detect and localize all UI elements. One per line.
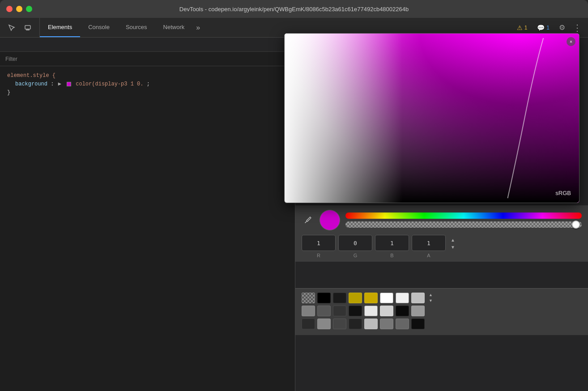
message-icon: 💬	[537, 24, 545, 31]
svg-rect-0	[25, 26, 30, 29]
expand-triangle[interactable]: ▶	[58, 80, 61, 89]
code-line-3: }	[7, 89, 288, 97]
code-line-1: element.style {	[7, 72, 288, 80]
color-picker-controls: R G B A ▲ ▼	[295, 205, 588, 262]
warning-icon: ⚠	[517, 24, 523, 31]
message-count: 1	[546, 25, 550, 31]
swatch-up-arrow[interactable]: ▲	[429, 292, 433, 298]
alpha-slider[interactable]	[345, 221, 582, 228]
title-bar: DevTools - codepen.io/argyleink/pen/QWBg…	[0, 0, 588, 18]
a-input-group: A	[412, 235, 446, 258]
filter-bar: Filter	[0, 52, 295, 66]
tab-sources[interactable]: Sources	[118, 18, 155, 37]
code-line-2: background : ▶ color(display-p3 1 0. ;	[15, 80, 288, 89]
color-picker-popup: sRGB ×	[284, 33, 579, 203]
color-preview-circle	[320, 210, 340, 230]
gradient-white-overlay	[285, 34, 579, 203]
settings-button[interactable]: ⚙	[556, 21, 568, 34]
swatch-mid5[interactable]	[380, 319, 393, 329]
rgba-arrows: ▲ ▼	[448, 237, 457, 250]
hue-slider[interactable]	[345, 212, 582, 219]
b-label: B	[390, 253, 393, 258]
b-input-group: B	[375, 235, 409, 258]
swatch-dark1[interactable]	[333, 293, 346, 303]
swatch-dark5[interactable]	[302, 319, 315, 329]
fullscreen-traffic-light[interactable]	[26, 6, 32, 12]
main-area: Filter element.style { background : ▶ co…	[0, 38, 588, 391]
right-panel: sRGB ×	[295, 38, 588, 391]
warnings-badge[interactable]: ⚠ 1	[513, 23, 531, 33]
eyedropper-button[interactable]	[302, 214, 314, 226]
swatch-dark3[interactable]	[349, 306, 362, 316]
traffic-lights	[6, 6, 32, 12]
rgba-decrement-button[interactable]: ▼	[448, 244, 457, 250]
more-options-button[interactable]: ⋮	[571, 21, 584, 34]
swatch-mid4[interactable]	[317, 319, 331, 329]
close-traffic-light[interactable]	[6, 6, 13, 12]
b-input[interactable]	[375, 235, 409, 251]
swatch-gold1[interactable]	[349, 293, 362, 303]
swatches-row-2	[302, 306, 582, 316]
swatch-dark2[interactable]	[333, 306, 346, 316]
r-input-group: R	[302, 235, 336, 258]
swatch-transparent[interactable]	[302, 293, 315, 303]
swatch-scroll-arrows: ▲ ▼	[429, 292, 433, 303]
swatch-light5[interactable]	[364, 319, 378, 329]
tab-network[interactable]: Network	[155, 18, 193, 37]
close-icon: ×	[570, 39, 572, 44]
more-options-icon: ⋮	[573, 22, 582, 33]
swatches-row-1: ▲ ▼	[302, 292, 582, 303]
tab-elements[interactable]: Elements	[40, 18, 80, 37]
settings-icon: ⚙	[559, 23, 565, 32]
swatch-light4[interactable]	[380, 306, 393, 316]
tab-console[interactable]: Console	[80, 18, 118, 37]
a-label: A	[427, 253, 430, 258]
swatches-row-3	[302, 319, 582, 329]
swatch-dark6[interactable]	[333, 319, 346, 329]
r-label: R	[317, 253, 320, 258]
g-label: G	[354, 253, 358, 258]
g-input[interactable]	[338, 235, 372, 251]
swatches-section: ▲ ▼	[295, 288, 588, 335]
color-picker-close-button[interactable]: ×	[567, 37, 575, 46]
window-title: DevTools - codepen.io/argyleink/pen/QWBg…	[179, 6, 409, 13]
swatch-down-arrow[interactable]: ▼	[429, 298, 433, 304]
swatch-dark4[interactable]	[396, 306, 409, 316]
swatch-mid2[interactable]	[317, 306, 331, 316]
styles-code-area: element.style { background : ▶ color(dis…	[0, 66, 295, 391]
eyedropper-row	[302, 210, 582, 230]
color-sliders	[345, 212, 582, 228]
swatch-gold2[interactable]	[364, 293, 378, 303]
breadcrumb-bar	[0, 38, 295, 52]
device-toggle-icon[interactable]	[21, 21, 34, 34]
toolbar-icon-group	[0, 18, 40, 37]
rgba-increment-button[interactable]: ▲	[448, 237, 457, 243]
rgba-inputs-row: R G B A ▲ ▼	[302, 235, 582, 258]
swatch-mid3[interactable]	[411, 306, 425, 316]
minimize-traffic-light[interactable]	[16, 6, 22, 12]
swatch-mid1[interactable]	[302, 306, 315, 316]
r-input[interactable]	[302, 235, 336, 251]
swatch-light1[interactable]	[396, 293, 409, 303]
filter-label: Filter	[5, 56, 17, 62]
swatch-black[interactable]	[317, 293, 331, 303]
swatch-light2[interactable]	[411, 293, 425, 303]
swatch-white[interactable]	[380, 293, 393, 303]
swatch-light3[interactable]	[364, 306, 378, 316]
messages-badge[interactable]: 💬 1	[533, 23, 553, 33]
a-input[interactable]	[412, 235, 446, 251]
element-picker-icon[interactable]	[5, 21, 18, 34]
warning-count: 1	[524, 25, 528, 31]
more-tabs-button[interactable]: »	[192, 18, 204, 37]
srgb-label: sRGB	[555, 190, 571, 196]
color-gradient-canvas[interactable]: sRGB ×	[285, 34, 579, 203]
swatch-dark7[interactable]	[349, 319, 362, 329]
alpha-slider-thumb	[572, 221, 580, 229]
g-input-group: G	[338, 235, 372, 258]
swatch-mid6[interactable]	[396, 319, 409, 329]
elements-panel: Filter element.style { background : ▶ co…	[0, 38, 295, 391]
color-swatch[interactable]	[67, 82, 71, 86]
swatch-dark8[interactable]	[411, 319, 425, 329]
